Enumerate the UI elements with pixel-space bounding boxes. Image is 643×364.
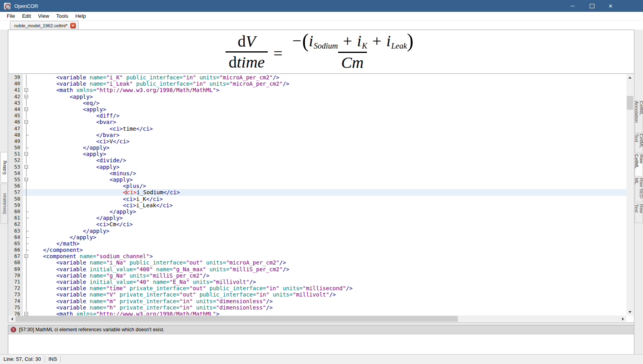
code-line[interactable]: 59 <ci>i_Leak</ci>: [9, 202, 626, 208]
line-number: 59: [9, 202, 23, 208]
code-token: "m": [106, 298, 116, 304]
code-line[interactable]: 68 <variable name="i_Na" public_interfac…: [9, 259, 626, 266]
code-line[interactable]: 51 <apply>: [9, 151, 626, 157]
scroll-left-button[interactable]: [9, 315, 15, 322]
horizontal-scroll-thumb[interactable]: [15, 316, 458, 322]
status-bar: Line: 57, Col: 30 INS: [0, 354, 643, 364]
code-line[interactable]: 63 </apply>: [9, 228, 626, 234]
fold-line-marker: [23, 202, 30, 208]
code-line[interactable]: 45 <diff/>: [9, 113, 626, 119]
right-tab-raw-sed-ml[interactable]: Raw SED-ML: [635, 178, 643, 202]
right-tab-cellml-annotation[interactable]: CellML Annotation: [635, 101, 643, 133]
fold-toggle[interactable]: [23, 253, 30, 259]
fold-line-marker: [23, 304, 30, 311]
code-line[interactable]: 76 <math xmlns="http://www.w3.org/1998/M…: [9, 311, 626, 315]
code-token: </ci>: [156, 202, 173, 208]
left-tab-editing[interactable]: Editing: [0, 152, 8, 183]
code-viewport[interactable]: 39 <variable name="i_K" public_interface…: [9, 74, 626, 315]
code-line[interactable]: 58 <ci>i_K</ci>: [9, 196, 626, 202]
scroll-down-button[interactable]: [626, 309, 634, 315]
code-token: <ci>: [96, 138, 110, 144]
line-number: 52: [9, 157, 23, 163]
code-line[interactable]: 62 <ci>Cm</ci>: [9, 221, 626, 227]
code-line[interactable]: 60 </apply>: [9, 208, 626, 215]
fold-toggle[interactable]: [23, 151, 30, 157]
code-line[interactable]: 49 <ci>V</ci>: [9, 138, 626, 144]
fold-toggle[interactable]: [23, 176, 30, 183]
scroll-up-button[interactable]: [626, 74, 634, 81]
menu-file[interactable]: File: [3, 12, 19, 20]
issue-row[interactable]: ![57:30] MathML ci element references va…: [8, 325, 634, 334]
code-line[interactable]: 55 <apply>: [9, 176, 626, 183]
code-token: units=: [206, 259, 226, 266]
code-line[interactable]: 50 </apply>: [9, 144, 626, 151]
line-number: 50: [9, 144, 23, 151]
code-line[interactable]: 42 <apply>: [9, 94, 626, 100]
code-line[interactable]: 48 </bvar>: [9, 132, 626, 138]
code-line[interactable]: 46 <bvar>: [9, 119, 626, 125]
file-tab[interactable]: noble_model_1962.cellml* ✕: [10, 21, 79, 30]
menu-edit[interactable]: Edit: [19, 12, 34, 20]
vertical-scrollbar[interactable]: [626, 74, 634, 315]
code-line[interactable]: 73 <variable name="V" private_interface=…: [9, 291, 626, 298]
code-line[interactable]: 41 <math xmlns="http://www.w3.org/1998/M…: [9, 87, 626, 93]
code-line[interactable]: 52 <divide/>: [9, 157, 626, 163]
window-title: OpenCOR: [14, 3, 38, 9]
fold-toggle[interactable]: [23, 164, 30, 170]
code-line[interactable]: 61 </apply>: [9, 215, 626, 221]
vertical-scroll-thumb[interactable]: [627, 96, 633, 110]
code-line[interactable]: 70 <variable name="g_Na" units="milliS_p…: [9, 272, 626, 279]
code-line[interactable]: 39 <variable name="i_K" public_interface…: [9, 74, 626, 81]
fold-toggle[interactable]: [23, 87, 30, 93]
code-line[interactable]: 67 <component name="sodium_channel">: [9, 253, 626, 259]
code-line[interactable]: 74 <variable name="m" private_interface=…: [9, 298, 626, 304]
line-number: 69: [9, 266, 23, 272]
code-text: <ci>i_K</ci>: [30, 196, 626, 202]
line-number: 53: [9, 164, 23, 170]
left-tab-simulation[interactable]: Simulation: [0, 184, 8, 224]
code-line[interactable]: 54 <minus/>: [9, 170, 626, 176]
horizontal-scrollbar[interactable]: [9, 315, 626, 322]
formula-token: (: [302, 30, 309, 52]
tab-close-icon[interactable]: ✕: [70, 23, 76, 28]
formula-token: Cm: [341, 53, 364, 71]
code-line[interactable]: 64 </apply>: [9, 234, 626, 240]
code-line[interactable]: 56 <plus/>: [9, 183, 626, 189]
code-line[interactable]: 75 <variable name="h" private_interface=…: [9, 304, 626, 311]
code-line[interactable]: 47 <ci>time</ci>: [9, 126, 626, 132]
fold-toggle[interactable]: [23, 94, 30, 100]
code-line[interactable]: 44 <apply>: [9, 106, 626, 113]
right-tab-raw-text[interactable]: Raw Text: [635, 204, 643, 223]
fold-toggle[interactable]: [23, 311, 30, 315]
code-line[interactable]: 66 </component>: [9, 247, 626, 253]
issue-message: [57:30] MathML ci element references var…: [19, 327, 164, 332]
code-token: time: [123, 126, 136, 132]
code-token: name=: [90, 74, 106, 81]
code-token: [196, 74, 199, 81]
fold-line-marker: [23, 132, 30, 138]
minimize-button[interactable]: [563, 0, 581, 12]
code-line[interactable]: 72 <variable name="time" private_interfa…: [9, 285, 626, 291]
menu-tools[interactable]: Tools: [53, 12, 71, 20]
code-token: >: [216, 87, 219, 93]
menu-help[interactable]: Help: [72, 12, 90, 20]
code-token: "microA_per_cm2": [229, 81, 283, 87]
right-tab-cellml-text[interactable]: CellML Text: [635, 133, 643, 153]
maximize-button[interactable]: [583, 0, 601, 12]
scroll-right-button[interactable]: [620, 315, 626, 322]
close-button[interactable]: ✕: [602, 0, 620, 12]
code-token: xmlns=: [76, 311, 96, 315]
code-line[interactable]: 53 <apply>: [9, 164, 626, 170]
code-line[interactable]: 69 <variable initial_value="400" name="g…: [9, 266, 626, 272]
fold-toggle[interactable]: [23, 106, 30, 113]
raw-cellml-editor[interactable]: 39 <variable name="i_K" public_interface…: [8, 74, 634, 323]
code-line[interactable]: 71 <variable initial_value="40" name="E_…: [9, 279, 626, 285]
code-line[interactable]: 43 <eq/>: [9, 100, 626, 106]
code-line[interactable]: 65 </math>: [9, 240, 626, 247]
fold-toggle[interactable]: [23, 119, 30, 125]
menu-view[interactable]: View: [34, 12, 53, 20]
code-line[interactable]: 57 <ci>i_Sodium</ci>: [9, 189, 626, 195]
code-line[interactable]: 40 <variable name="i_Leak" public_interf…: [9, 81, 626, 87]
right-tab-raw-cellml[interactable]: Raw CellML: [635, 154, 643, 176]
formula-token: iSodium: [309, 32, 338, 50]
